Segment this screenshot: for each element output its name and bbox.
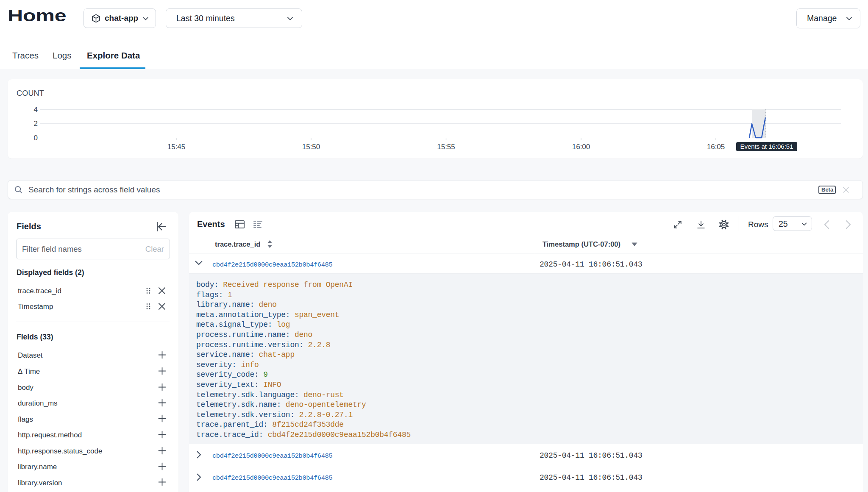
svg-text:0: 0 xyxy=(34,134,38,142)
svg-text:15:55: 15:55 xyxy=(437,143,455,151)
svg-text:2: 2 xyxy=(34,120,38,128)
svg-text:16:00: 16:00 xyxy=(572,143,590,151)
svg-text:15:45: 15:45 xyxy=(167,143,186,151)
svg-text:16:05: 16:05 xyxy=(707,143,725,151)
svg-text:4: 4 xyxy=(34,106,38,114)
svg-text:15:50: 15:50 xyxy=(302,143,320,151)
